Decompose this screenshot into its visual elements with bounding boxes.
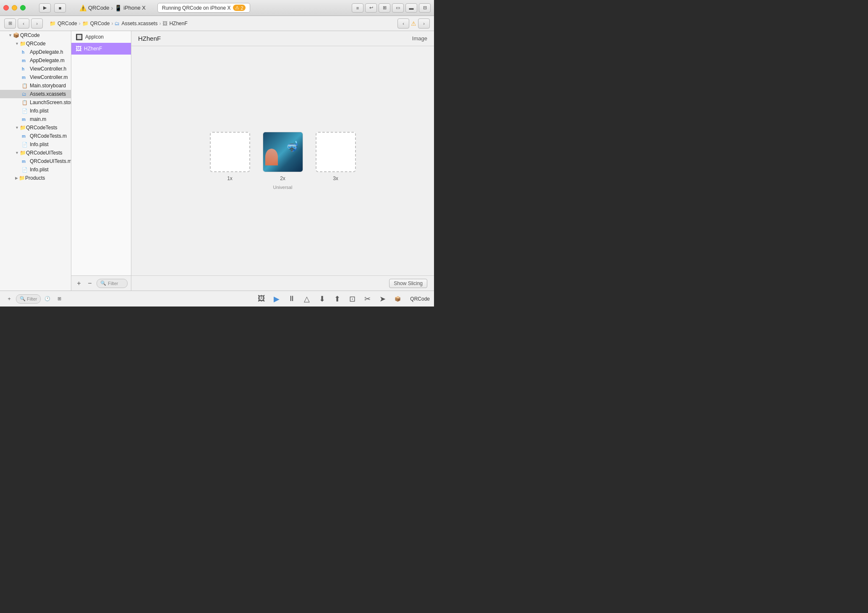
file-label: AppDelegate.m bbox=[30, 58, 65, 63]
expand-arrow-tests: ▼ bbox=[15, 126, 19, 130]
prev-warning-button[interactable]: ‹ bbox=[397, 18, 409, 29]
bottom-filter-box[interactable]: 🔍 Filter bbox=[16, 294, 41, 304]
sidebar-item-qrcodetests-folder[interactable]: ▼ 📁 QRCodeTests bbox=[0, 123, 71, 132]
sidebar-item-assets[interactable]: 🗂 Assets.xcassets bbox=[0, 90, 71, 98]
remove-asset-button[interactable]: − bbox=[86, 280, 94, 287]
image-slots-row: 1x 2x 3x bbox=[210, 132, 356, 181]
folder-label: QRCode bbox=[26, 41, 46, 47]
breadcrumb-label-1: QRCode bbox=[58, 21, 77, 26]
sidebar-item-appdelegate-m[interactable]: m AppDelegate.m bbox=[0, 56, 71, 65]
plist-icon-3: 📄 bbox=[22, 167, 29, 173]
sidebar-item-launchscreen[interactable]: 📋 LaunchScreen.storyboard bbox=[0, 98, 71, 107]
stop-button[interactable]: ■ bbox=[54, 3, 66, 13]
maximize-button[interactable] bbox=[20, 5, 26, 10]
file-label: Info.plist bbox=[30, 167, 49, 173]
grid-view-button[interactable]: ⊞ bbox=[4, 18, 16, 29]
close-button[interactable] bbox=[3, 5, 9, 10]
scissors-icon[interactable]: ✂ bbox=[361, 294, 373, 304]
sidebar-item-viewcontroller-h[interactable]: h ViewController.h bbox=[0, 65, 71, 73]
file-label: Assets.xcassets bbox=[30, 91, 66, 97]
active-tab[interactable]: Running QRCode on iPhone X ⚠ 2 bbox=[157, 3, 250, 13]
breadcrumb-item-assets[interactable]: 🗂 Assets.xcassets bbox=[115, 21, 157, 26]
image-universal-label: Universal bbox=[273, 185, 293, 190]
next-warning-button[interactable]: › bbox=[418, 18, 430, 29]
sidebar-item-qrcode-folder[interactable]: ▼ 📁 QRCode bbox=[0, 39, 71, 48]
breadcrumb-sep-1: › bbox=[79, 21, 81, 26]
image-slot-label-3x: 3x bbox=[333, 176, 338, 181]
play-icon[interactable]: ▶ bbox=[271, 294, 282, 304]
add-button[interactable]: + bbox=[4, 294, 14, 304]
expand-arrow-folder: ▼ bbox=[15, 42, 19, 46]
sidebar-item-appdelegate-h[interactable]: h AppDelegate.h bbox=[0, 48, 71, 56]
breadcrumb-item-qrcode-2[interactable]: 📁 QRCode bbox=[82, 21, 110, 26]
project-label: QRCode bbox=[410, 296, 430, 302]
align-icon[interactable]: ≡ bbox=[352, 3, 363, 13]
project-name: QRCode bbox=[88, 5, 110, 11]
sidebar-item-main-storyboard[interactable]: 📋 Main.storyboard bbox=[0, 81, 71, 90]
sidebar-item-info-plist-3[interactable]: 📄 Info.plist bbox=[0, 165, 71, 174]
image-icon: 🖼 bbox=[76, 45, 81, 52]
sidebar-item-products-folder[interactable]: ▶ 📁 Products bbox=[0, 174, 71, 182]
asset-item-hzhenf[interactable]: 🖼 HZhenF bbox=[71, 43, 131, 55]
sidebar-item-qrcodetests-m[interactable]: m QRCodeTests.m bbox=[0, 132, 71, 140]
asset-filter[interactable]: 🔍 Filter bbox=[97, 279, 128, 288]
expand-arrow-uitests: ▼ bbox=[15, 151, 19, 155]
add-asset-button[interactable]: + bbox=[75, 280, 83, 287]
image-slot-box-2x[interactable] bbox=[263, 132, 303, 172]
editor-type: Image bbox=[412, 35, 427, 42]
layout-assistant-icon[interactable]: ⊟ bbox=[419, 3, 431, 13]
search-icon: 🔍 bbox=[100, 280, 106, 286]
file-label: ViewController.h bbox=[30, 66, 66, 72]
folder-icon-products: 📁 bbox=[19, 175, 25, 181]
nav-back-button[interactable]: ‹ bbox=[18, 18, 29, 29]
sidebar-item-info-plist-1[interactable]: 📄 Info.plist bbox=[0, 107, 71, 115]
main-layout: ▼ 📦 QRCode ▼ 📁 QRCode h AppDelegate.h m … bbox=[0, 31, 434, 291]
nav-forward-button[interactable]: › bbox=[31, 18, 43, 29]
file-label: QRCodeUITests.m bbox=[30, 158, 71, 164]
sidebar-item-main-m[interactable]: m main.m bbox=[0, 115, 71, 123]
asset-label-hzhenf: HZhenF bbox=[84, 46, 102, 52]
clock-icon: 🕐 bbox=[42, 294, 52, 304]
send-icon[interactable]: ➤ bbox=[376, 294, 388, 304]
sidebar-item-qrcodeutests-m[interactable]: m QRCodeUITests.m bbox=[0, 157, 71, 165]
breadcrumb-sep-3: › bbox=[159, 21, 161, 26]
asset-item-appicon[interactable]: 🔲 AppIcon bbox=[71, 31, 131, 43]
pause-icon[interactable]: ⏸ bbox=[286, 294, 298, 303]
secondary-toolbar: ⊞ ‹ › 📁 QRCode › 📁 QRCode › 🗂 Assets.xca… bbox=[0, 16, 434, 31]
folder-label-uitests: QRCodeUITests bbox=[26, 150, 63, 156]
breadcrumb-item-hzhenf[interactable]: 🖼 HZhenF bbox=[162, 21, 187, 26]
breadcrumb-item-qrcode-1[interactable]: 📁 QRCode bbox=[50, 21, 77, 26]
traffic-lights bbox=[3, 5, 26, 10]
tab-label: Running QRCode on iPhone X bbox=[162, 5, 230, 11]
warning-icon: ⚠ bbox=[411, 20, 416, 27]
sidebar-item-viewcontroller-m[interactable]: m ViewController.m bbox=[0, 73, 71, 81]
layout-single-icon[interactable]: ▭ bbox=[392, 3, 404, 13]
file-label: Info.plist bbox=[30, 108, 49, 114]
xcassets-icon: 🗂 bbox=[22, 92, 29, 97]
sidebar: ▼ 📦 QRCode ▼ 📁 QRCode h AppDelegate.h m … bbox=[0, 31, 71, 291]
minimize-button[interactable] bbox=[12, 5, 17, 10]
image-slot-label-1x: 1x bbox=[227, 176, 233, 181]
upload-icon[interactable]: ⬆ bbox=[331, 294, 343, 304]
image-slot-box-3x[interactable] bbox=[316, 132, 356, 172]
jump-icon[interactable]: ↩ bbox=[365, 3, 377, 13]
storyboard-icon: 📋 bbox=[22, 83, 29, 89]
download-icon[interactable]: ⬇ bbox=[316, 294, 328, 304]
editor-header: HZhenF Image bbox=[131, 31, 434, 46]
debug-icon[interactable]: △ bbox=[301, 294, 313, 304]
plist-icon-2: 📄 bbox=[22, 142, 29, 147]
image-slot-box-1x[interactable] bbox=[210, 132, 250, 172]
breadcrumb-sep-2: › bbox=[111, 21, 113, 26]
sidebar-item-qrcodeutests-folder[interactable]: ▼ 📁 QRCodeUITests bbox=[0, 149, 71, 157]
sidebar-item-info-plist-2[interactable]: 📄 Info.plist bbox=[0, 140, 71, 149]
show-slicing-button[interactable]: Show Slicing bbox=[389, 279, 427, 288]
photo-icon[interactable]: 🖼 bbox=[256, 294, 267, 303]
layout-split-icon[interactable]: ▬ bbox=[405, 3, 417, 13]
grid-icon[interactable]: ⊞ bbox=[54, 294, 64, 304]
frame-icon[interactable]: ⊡ bbox=[346, 294, 358, 304]
file-label: QRCodeTests.m bbox=[30, 133, 67, 139]
m-file-icon-2: m bbox=[22, 75, 29, 80]
related-icon[interactable]: ⊞ bbox=[379, 3, 390, 13]
sidebar-item-qrcode-group[interactable]: ▼ 📦 QRCode bbox=[0, 31, 71, 39]
run-button[interactable]: ▶ bbox=[39, 3, 51, 13]
